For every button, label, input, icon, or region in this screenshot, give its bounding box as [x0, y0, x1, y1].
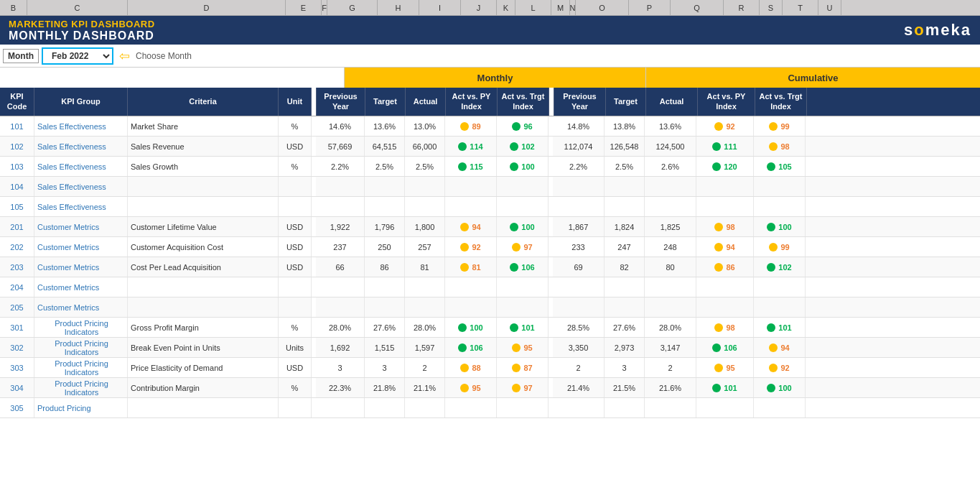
m-act-trgt: 97	[497, 237, 549, 257]
table-row: 102 Sales Effectiveness Sales Revenue US…	[0, 137, 980, 157]
m-actual	[405, 297, 445, 317]
m-target: 1,515	[365, 338, 405, 357]
m-prev-year: 1,692	[316, 338, 365, 357]
m-target: 3	[365, 358, 405, 377]
m-target	[365, 197, 405, 216]
unit: USD	[279, 358, 312, 377]
c-target: 27.6%	[605, 318, 645, 337]
c-act-trgt: 100	[754, 217, 806, 236]
criteria	[128, 197, 279, 216]
col-header-M: M	[551, 0, 570, 15]
c-py-val: 98	[726, 323, 734, 332]
c-target	[605, 398, 645, 417]
c-actual	[645, 277, 696, 297]
c-act-trgt: 100	[754, 378, 806, 397]
criteria: Customer Acquisition Cost	[128, 237, 279, 257]
m-act-py: 89	[445, 116, 497, 136]
m-target: 13.6%	[365, 116, 405, 136]
c-trgt-dot	[767, 384, 775, 392]
c-act-trgt: 94	[754, 338, 806, 357]
unit: USD	[279, 237, 312, 257]
c-trgt-val: 101	[778, 323, 791, 332]
criteria: Price Elasticity of Demand	[128, 358, 279, 377]
c-actual	[645, 177, 696, 196]
m-trgt-val: 106	[521, 263, 534, 272]
m-act-trgt: 87	[497, 358, 549, 377]
col-header-C: C	[27, 0, 128, 15]
col-header-D: D	[128, 0, 286, 15]
kpi-code: 105	[0, 197, 34, 216]
c-trgt-dot	[769, 142, 778, 151]
table-row: 302 Product Pricing Indicators Break Eve…	[0, 338, 980, 358]
m-actual	[405, 197, 445, 216]
ch-act-py-m: Act vs. PY Index	[446, 88, 498, 116]
m-prev-year	[316, 197, 365, 216]
c-act-py: 95	[696, 358, 754, 377]
spreadsheet-col-headers: BCDEFGHIJKLMNOPQRSTU	[0, 0, 980, 16]
criteria: Gross Profit Margin	[128, 318, 279, 337]
ch-actual-c: Actual	[646, 88, 698, 116]
m-py-val: 94	[472, 223, 480, 231]
c-py-val: 106	[724, 343, 737, 352]
m-target: 21.8%	[365, 378, 405, 397]
m-act-py: 106	[445, 338, 497, 357]
data-table: 101 Sales Effectiveness Market Share % 1…	[0, 116, 980, 503]
c-trgt-val: 92	[780, 364, 789, 372]
kpi-group: Product Pricing Indicators	[34, 378, 128, 397]
c-actual: 3,147	[645, 338, 696, 357]
month-select[interactable]: Feb 2022	[42, 47, 113, 65]
c-target: 2,973	[605, 338, 645, 357]
kpi-code: 205	[0, 297, 34, 317]
c-prev-year: 233	[553, 237, 605, 257]
m-trgt-dot	[512, 364, 521, 372]
m-py-val: 114	[470, 142, 482, 151]
m-actual: 21.1%	[405, 378, 445, 397]
m-py-val: 100	[470, 323, 482, 332]
criteria: Cost Per Lead Acquisition	[128, 257, 279, 277]
c-py-val: 111	[724, 142, 737, 151]
kpi-code: 302	[0, 338, 34, 357]
ch-act-py-c: Act vs. PY Index	[698, 88, 755, 116]
m-py-dot	[458, 323, 467, 332]
c-actual: 21.6%	[645, 378, 696, 397]
table-row: 303 Product Pricing Indicators Price Ela…	[0, 358, 980, 378]
kpi-code: 102	[0, 137, 34, 156]
kpi-code: 303	[0, 358, 34, 377]
unit: %	[279, 318, 312, 337]
kpi-code: 203	[0, 257, 34, 277]
m-target: 250	[365, 237, 405, 257]
ch-prev-year-c: Previous Year	[554, 88, 606, 116]
m-actual: 81	[405, 257, 445, 277]
c-target: 1,824	[605, 217, 645, 236]
c-py-dot	[714, 263, 723, 272]
col-header-E: E	[286, 0, 322, 15]
c-act-trgt: 99	[754, 116, 806, 136]
col-header-I: I	[419, 0, 461, 15]
c-actual: 248	[645, 237, 696, 257]
col-header-L: L	[515, 0, 551, 15]
m-prev-year: 28.0%	[316, 318, 365, 337]
c-act-py	[696, 398, 754, 417]
m-prev-year: 57,669	[316, 137, 365, 156]
c-act-py	[696, 197, 754, 216]
kpi-group: Product Pricing	[34, 398, 128, 417]
m-act-py	[445, 177, 497, 196]
m-actual: 257	[405, 237, 445, 257]
m-prev-year	[316, 177, 365, 196]
kpi-code: 202	[0, 237, 34, 257]
c-py-val: 86	[726, 263, 734, 272]
c-target: 82	[605, 257, 645, 277]
table-row: 202 Customer Metrics Customer Acquisitio…	[0, 237, 980, 257]
c-target	[605, 177, 645, 196]
kpi-code: 101	[0, 116, 34, 136]
c-py-val: 94	[726, 243, 734, 251]
ch-sep-monthly	[312, 88, 317, 116]
ch-actual-m: Actual	[406, 88, 446, 116]
kpi-code: 204	[0, 277, 34, 297]
col-headers-row: KPI Code KPI Group Criteria Unit Previou…	[0, 88, 980, 116]
kpi-group: Product Pricing Indicators	[34, 338, 128, 357]
ch-kpi-group: KPI Group	[34, 88, 128, 116]
col-header-P: P	[629, 0, 671, 15]
m-py-dot	[458, 162, 467, 171]
m-act-trgt: 100	[497, 157, 549, 176]
